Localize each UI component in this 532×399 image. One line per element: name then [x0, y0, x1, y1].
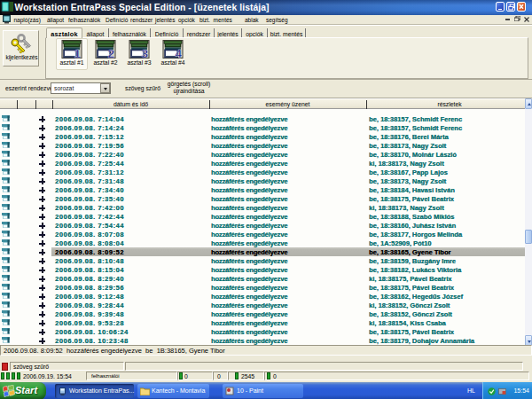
- svg-text:2: 2: [108, 47, 115, 59]
- svg-text:4: 4: [176, 47, 183, 59]
- svg-text:1: 1: [74, 47, 82, 59]
- svg-text:3: 3: [142, 47, 149, 59]
